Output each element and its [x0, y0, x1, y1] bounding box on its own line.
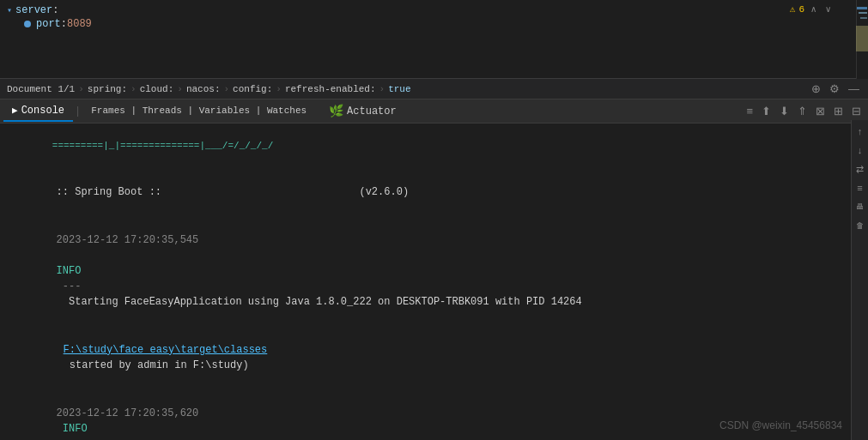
breadcrumb-config[interactable]: config:: [233, 84, 272, 94]
breadcrumb-icons: ⊕ ⚙ —: [810, 81, 861, 96]
console-tab[interactable]: ▶ Console: [3, 101, 73, 122]
console-content: =========|_|==============|___/=/_/_/_/ …: [0, 124, 868, 440]
scroll-down-btn[interactable]: ⬇: [776, 103, 792, 119]
breadcrumb-sep-6: ›: [379, 84, 385, 94]
breadcrumb-sep-1: ›: [78, 84, 84, 94]
frames-threads-label: Frames | Threads | Variables | Watches: [91, 105, 307, 116]
warning-chevron-up[interactable]: ∧: [808, 3, 819, 15]
yaml-colon-2: :: [61, 18, 67, 30]
yaml-server-key: server: [15, 4, 52, 16]
sidebar-print-btn[interactable]: 🖶: [853, 199, 868, 214]
minimize-icon-btn[interactable]: —: [847, 81, 861, 96]
log-level-2: INFO: [57, 423, 88, 435]
log-ts-2: 2023-12-12 17:20:35,620: [57, 407, 199, 419]
yaml-port-value: 8089: [67, 18, 92, 30]
log-level-1: INFO: [57, 265, 82, 277]
frames-threads-tab[interactable]: Frames | Threads | Variables | Watches: [82, 102, 315, 121]
actuator-tab[interactable]: 🌿 Actuator: [322, 100, 404, 122]
sidebar-trash-btn[interactable]: 🗑: [853, 218, 868, 233]
yaml-port-key: port: [36, 18, 61, 30]
breadcrumb-bar: Document 1/1 › spring: › cloud: › nacos:…: [0, 79, 868, 99]
banner-text-1: =========|_|==============|___/=/_/_/_/: [52, 141, 273, 151]
log-sep-1: ---: [57, 280, 82, 292]
log-space-1: [57, 250, 63, 262]
dot-icon: [24, 21, 31, 27]
spring-banner-line2: :: Spring Boot :: (v2.6.0): [0, 168, 868, 216]
main-container: ▾ server: port: 8089 ⚠ 6 ∧ ∨ Document 1/…: [0, 0, 868, 440]
scroll-up2-btn[interactable]: ⇑: [794, 103, 810, 119]
breadcrumb-sep-3: ›: [177, 84, 183, 94]
toolbar: ▶ Console | Frames | Threads | Variables…: [0, 99, 868, 124]
breadcrumb-sep-4: ›: [223, 84, 229, 94]
yaml-port-line: port: 8089: [0, 17, 856, 31]
log-msg-1b: started by admin in F:\study): [64, 359, 249, 371]
breadcrumb-doc: Document 1/1: [7, 84, 75, 94]
warning-count: 6: [798, 4, 804, 15]
yaml-server-line: ▾ server:: [0, 3, 856, 17]
globe-icon-btn[interactable]: ⊕: [810, 81, 822, 96]
tab-divider-1: |: [73, 105, 82, 118]
breadcrumb-sep-2: ›: [131, 84, 137, 94]
log-line-2: 2023-12-12 17:20:35,620 INFO --- No acti…: [0, 389, 868, 441]
log-line-1b: F:\study\face_easy\target\classes starte…: [0, 326, 868, 389]
terminal-icon: ▶: [12, 105, 18, 116]
sidebar-down-btn[interactable]: ↓: [853, 142, 868, 158]
right-sidebar: ↑ ↓ ⇄ ≡ 🖶 🗑: [851, 124, 868, 440]
breadcrumb-cloud[interactable]: cloud:: [140, 84, 174, 94]
collapse-arrow-icon: ▾: [7, 5, 12, 15]
table-btn[interactable]: ⊞: [830, 103, 847, 119]
sidebar-align-btn[interactable]: ≡: [853, 180, 868, 196]
breadcrumb-refresh[interactable]: refresh-enabled:: [285, 84, 376, 94]
warning-chevron-down[interactable]: ∨: [822, 3, 834, 15]
actuator-icon: 🌿: [329, 104, 343, 118]
table2-btn[interactable]: ⊟: [848, 103, 865, 119]
sidebar-up-btn[interactable]: ↑: [853, 124, 868, 139]
yaml-area: ▾ server: port: 8089 ⚠ 6 ∧ ∨: [0, 0, 868, 79]
log-msg-1: Starting FaceEasyApplication using Java …: [57, 296, 582, 308]
settings-icon-btn[interactable]: ⚙: [828, 81, 841, 96]
warning-triangle-icon: ⚠: [790, 3, 796, 15]
console-tab-label: Console: [21, 105, 64, 117]
warning-badge: ⚠ 6 ∧ ∨: [790, 3, 834, 15]
sidebar-wrap-btn[interactable]: ⇄: [853, 161, 868, 177]
scroll-stop-btn[interactable]: ⊠: [812, 103, 829, 119]
breadcrumb-sep-5: ›: [276, 84, 282, 94]
scroll-up-btn[interactable]: ⬆: [758, 103, 774, 119]
breadcrumb-nacos[interactable]: nacos:: [186, 84, 221, 94]
log-line-1: 2023-12-12 17:20:35,545 INFO --- Startin…: [0, 216, 868, 326]
log-ts-1: 2023-12-12 17:20:35,545: [57, 234, 199, 246]
log-link-1[interactable]: F:\study\face_easy\target\classes: [64, 344, 268, 356]
yaml-colon-1: :: [52, 4, 58, 16]
breadcrumb-true: true: [388, 84, 410, 94]
toolbar-actions: ≡ ⬆ ⬇ ⇑ ⊠ ⊞ ⊟: [743, 103, 865, 119]
breadcrumb-spring[interactable]: spring:: [88, 84, 127, 94]
console-wrapper: =========|_|==============|___/=/_/_/_/ …: [0, 124, 868, 440]
actuator-tab-label: Actuator: [347, 105, 397, 118]
banner-text-2: :: Spring Boot :: (v2.6.0): [57, 186, 409, 198]
menu-action-btn[interactable]: ≡: [743, 103, 756, 119]
spring-banner-line1: =========|_|==============|___/=/_/_/_/: [0, 124, 868, 168]
